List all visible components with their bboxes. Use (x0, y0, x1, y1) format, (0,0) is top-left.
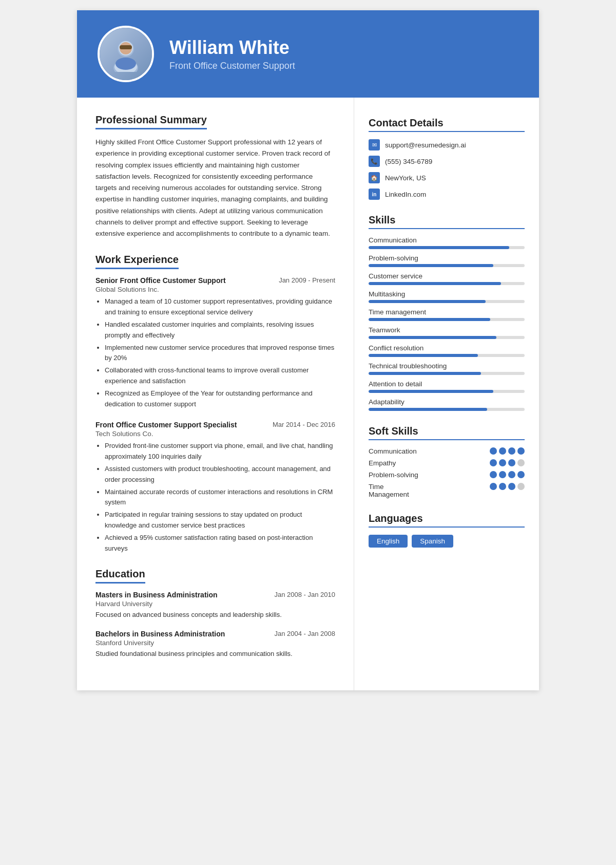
skill-name: Teamwork (369, 326, 525, 334)
avatar (98, 26, 154, 82)
dot-filled (508, 447, 515, 455)
skill-name: Communication (369, 236, 525, 244)
skill-name: Adaptability (369, 398, 525, 406)
skill-fill (369, 300, 486, 303)
dot-filled (508, 483, 515, 490)
skill-bar (369, 282, 525, 285)
summary-text: Highly skilled Front Office Customer Sup… (95, 137, 335, 239)
contact-email: ✉ support@resumedesign.ai (369, 139, 525, 151)
soft-skill-item: Communication (369, 447, 525, 455)
resume-body: Professional Summary Highly skilled Fron… (77, 98, 539, 690)
work-experience-section: Work Experience Senior Front Office Cust… (95, 254, 335, 554)
job-header-0: Senior Front Office Customer Support Jan… (95, 276, 335, 285)
skill-name: Conflict resolution (369, 344, 525, 352)
job-company-1: Tech Solutions Co. (95, 430, 335, 438)
edu-desc-1: Studied foundational business principles… (95, 649, 335, 660)
email-icon: ✉ (369, 139, 380, 151)
dot-filled (499, 447, 506, 455)
skill-bar (369, 300, 525, 303)
header-name: William White (169, 36, 518, 59)
skill-bar (369, 264, 525, 267)
job-item: Front Office Customer Support Specialist… (95, 421, 335, 554)
bullet: Recognized as Employee of the Year for o… (105, 388, 335, 410)
soft-skills-section: Soft Skills Communication Empathy Proble… (369, 425, 525, 498)
education-title: Education (95, 568, 145, 584)
contact-title: Contact Details (369, 117, 525, 132)
dot-filled (490, 447, 497, 455)
soft-skill-item: Time Management (369, 483, 525, 498)
languages-title: Languages (369, 513, 525, 528)
resume-container: William White Front Office Customer Supp… (77, 10, 539, 690)
dot-filled (508, 471, 515, 478)
svg-point-6 (116, 58, 136, 70)
skill-item: Time management (369, 308, 525, 321)
edu-header-0: Masters in Business Administration Jan 2… (95, 591, 335, 599)
skill-name: Multitasking (369, 290, 525, 298)
edu-date-1: Jan 2004 - Jan 2008 (274, 630, 335, 637)
edu-school-1: Stanford University (95, 639, 335, 647)
soft-skills-title: Soft Skills (369, 425, 525, 440)
skill-item: Conflict resolution (369, 344, 525, 357)
skills-list: Communication Problem-solving Customer s… (369, 236, 525, 411)
dot-empty (517, 483, 525, 490)
location-text: NewYork, US (385, 174, 426, 182)
bullet: Maintained accurate records of customer … (105, 487, 335, 509)
soft-skills-list: Communication Empathy Problem-solving Ti… (369, 447, 525, 498)
dots (490, 471, 525, 478)
language-tags: English Spanish (369, 535, 525, 548)
contact-linkedin: in LinkedIn.com (369, 189, 525, 200)
skills-title: Skills (369, 214, 525, 229)
edu-desc-0: Focused on advanced business concepts an… (95, 610, 335, 620)
skill-bar (369, 246, 525, 249)
dot-filled (508, 459, 515, 466)
soft-skill-name: Empathy (369, 459, 396, 467)
edu-date-0: Jan 2008 - Jan 2010 (274, 591, 335, 598)
job-header-1: Front Office Customer Support Specialist… (95, 421, 335, 429)
skill-fill (369, 282, 501, 285)
email-text: support@resumedesign.ai (385, 141, 466, 149)
skill-item: Problem-solving (369, 254, 525, 267)
right-column: Contact Details ✉ support@resumedesign.a… (354, 98, 539, 690)
edu-header-1: Bachelors in Business Administration Jan… (95, 630, 335, 638)
bullet: Provided front-line customer support via… (105, 441, 335, 462)
language-spanish: Spanish (412, 535, 453, 548)
dot-filled (499, 483, 506, 490)
job-item: Senior Front Office Customer Support Jan… (95, 276, 335, 409)
bullet: Collaborated with cross-functional teams… (105, 365, 335, 387)
skill-fill (369, 408, 487, 411)
dot-filled (490, 483, 497, 490)
job-company-0: Global Solutions Inc. (95, 286, 335, 293)
skill-item: Attention to detail (369, 380, 525, 393)
skill-bar (369, 390, 525, 393)
dot-filled (490, 471, 497, 478)
soft-skill-name: Communication (369, 447, 417, 455)
linkedin-icon: in (369, 189, 380, 200)
bullet: Implemented new customer service procedu… (105, 343, 335, 364)
soft-skill-item: Empathy (369, 459, 525, 467)
job-title-1: Front Office Customer Support Specialist (95, 421, 237, 429)
skill-fill (369, 246, 509, 249)
edu-degree-1: Bachelors in Business Administration (95, 630, 225, 638)
soft-skill-name: Time Management (369, 483, 409, 498)
work-experience-title: Work Experience (95, 254, 179, 269)
bullet: Participated in regular training session… (105, 510, 335, 531)
skill-fill (369, 336, 496, 339)
phone-text: (555) 345-6789 (385, 158, 432, 165)
skill-fill (369, 372, 481, 375)
skill-bar (369, 318, 525, 321)
skill-item: Communication (369, 236, 525, 249)
dot-filled (499, 459, 506, 466)
skill-item: Customer service (369, 272, 525, 285)
header-info: William White Front Office Customer Supp… (169, 36, 518, 71)
skill-fill (369, 390, 493, 393)
dot-empty (517, 459, 525, 466)
job-bullets-1: Provided front-line customer support via… (95, 441, 335, 554)
job-title-0: Senior Front Office Customer Support (95, 276, 226, 285)
contact-phone: 📞 (555) 345-6789 (369, 156, 525, 167)
languages-section: Languages English Spanish (369, 513, 525, 548)
skill-item: Teamwork (369, 326, 525, 339)
dots (490, 447, 525, 455)
soft-skill-item: Problem-solving (369, 471, 525, 479)
skill-name: Time management (369, 308, 525, 316)
skill-name: Problem-solving (369, 254, 525, 262)
